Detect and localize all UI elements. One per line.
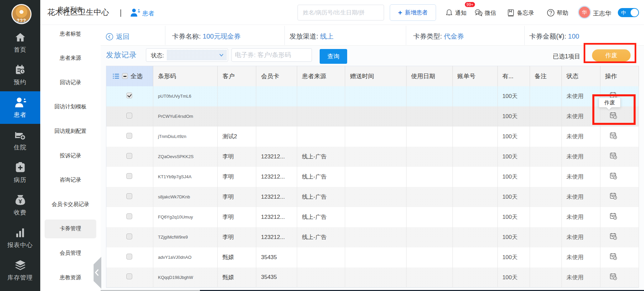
select-all-checkbox[interactable] <box>122 73 128 79</box>
cell-bill-no <box>452 187 497 207</box>
notification-item[interactable]: 通知 <box>445 8 467 17</box>
sidebar-item-bed[interactable]: 住院 <box>0 124 40 156</box>
coupon-search-input[interactable]: 电子券: 客户/条形码 <box>231 48 312 62</box>
void-action-icon[interactable] <box>610 132 617 139</box>
status-select[interactable]: 状态: <box>146 48 228 62</box>
stack-icon <box>14 259 26 271</box>
user-avatar[interactable]: 华 <box>578 6 591 19</box>
submenu-item-7[interactable]: 会员卡交易记录 <box>45 195 96 214</box>
cell-validity: 100天 <box>497 227 530 247</box>
submenu-item-6[interactable]: 咨询记录 <box>45 171 96 190</box>
sidebar-item-patient[interactable]: 患者 <box>0 91 40 124</box>
cell-member-card: 123212... <box>256 187 297 207</box>
cell-bill-no <box>452 147 497 167</box>
cell-action <box>600 207 639 227</box>
submenu-item-5[interactable]: 投诉记录 <box>45 146 96 165</box>
table-row-7: TZjgIMcfW9re9李明123212...线上-广告100天未使用 <box>106 227 639 247</box>
row-checkbox-cell <box>106 247 153 268</box>
cell-barcode: advY1aVJ0dnAO <box>153 247 218 268</box>
cell-validity: 100天 <box>497 106 530 127</box>
cell-barcode: ZQaOevsSPKK2S <box>153 147 218 167</box>
cell-bill-no <box>452 268 497 288</box>
back-button[interactable]: 返回 <box>106 32 129 41</box>
row-checkbox[interactable] <box>126 133 132 139</box>
row-checkbox-cell <box>106 86 153 106</box>
memo-item[interactable]: 备忘录 <box>507 8 534 17</box>
row-checkbox[interactable] <box>126 193 132 199</box>
cell-status: 未使用 <box>561 127 600 147</box>
row-checkbox[interactable] <box>126 213 132 219</box>
submenu-item-8[interactable]: 卡券管理 <box>45 220 96 238</box>
cell-status: 未使用 <box>561 268 600 288</box>
info-field-3: 卡券金额(¥): 100 <box>529 32 579 41</box>
query-button[interactable]: 查询 <box>320 49 347 64</box>
row-checkbox[interactable] <box>126 153 132 159</box>
cell-validity: 100天 <box>497 268 530 288</box>
void-action-icon[interactable] <box>610 233 617 240</box>
cell-barcode: jTnmDiuLrt9zn <box>153 127 218 147</box>
cell-note <box>530 227 561 247</box>
sidebar-item-money[interactable]: 收费 <box>0 189 40 222</box>
status-select-value <box>167 50 227 60</box>
table-row-4: KT1Yb9p7gSJ4A李明123212...线上-广告100天未使用 <box>106 167 639 187</box>
help-item[interactable]: 帮助 <box>547 8 568 17</box>
add-patient-button[interactable]: +新增患者 <box>390 4 436 21</box>
submenu-item-2[interactable]: 回访记录 <box>45 73 96 92</box>
sidebar-item-chart[interactable]: 报表中心 <box>0 222 40 254</box>
cell-customer: 李明 <box>218 207 256 227</box>
patient-search-input[interactable]: 姓名/病历号/出生日期/拼 <box>298 5 384 20</box>
row-checkbox[interactable] <box>126 254 132 259</box>
memo-icon <box>507 8 515 17</box>
user-name[interactable]: 王志华 <box>593 9 611 17</box>
table-row-5: s8jakcWk7DKnb李明123212...线上-广告100天未使用 <box>106 187 639 207</box>
cell-barcode: PrCWYuE4rsdOm <box>153 106 218 127</box>
annotation-box-void-button <box>584 43 636 63</box>
submenu-item-3[interactable]: 回访计划模板 <box>45 98 96 116</box>
cell-source <box>297 268 345 288</box>
cell-note <box>530 268 561 288</box>
cell-note <box>530 147 561 167</box>
row-checkbox[interactable] <box>126 274 132 279</box>
void-action-icon[interactable] <box>610 273 617 280</box>
back-icon <box>106 33 113 41</box>
sidebar-item-stack[interactable]: 库存管理 <box>0 254 40 287</box>
sidebar-item-record[interactable]: 病历 <box>0 156 40 189</box>
cell-member-card: 123212... <box>256 147 297 167</box>
submenu-item-4[interactable]: 回访规则配置 <box>45 122 96 141</box>
select-all-header: 全选 <box>106 66 153 86</box>
row-checkbox[interactable] <box>126 234 132 239</box>
language-toggle[interactable]: 中 <box>618 8 639 17</box>
sidebar-item-home[interactable]: 首页 <box>0 26 40 59</box>
submenu-item-0[interactable]: 患者标签 <box>45 25 96 43</box>
cell-action <box>600 268 639 288</box>
col-header-0: 条形码 <box>153 66 218 86</box>
cell-customer: 甄嬛 <box>218 268 256 288</box>
cell-gift-time <box>345 167 406 187</box>
sidebar-item-calendar[interactable]: 预约 <box>0 59 40 91</box>
cell-note <box>530 187 561 207</box>
row-checkbox[interactable] <box>126 93 132 98</box>
row-checkbox[interactable] <box>126 113 132 118</box>
void-action-icon[interactable] <box>610 192 617 200</box>
cell-barcode: KT1Yb9p7gSJ4A <box>153 167 218 187</box>
row-checkbox[interactable] <box>126 173 132 179</box>
cell-use-date <box>406 147 452 167</box>
money-icon <box>14 194 26 206</box>
void-action-icon[interactable] <box>610 253 617 260</box>
void-action-icon[interactable] <box>610 172 617 180</box>
submenu-item-10[interactable]: 患教资源 <box>45 268 96 287</box>
wechat-item[interactable]: 微信 <box>475 8 496 17</box>
patient-icon <box>14 97 26 108</box>
submenu-item-9[interactable]: 会员管理 <box>45 244 96 262</box>
void-action-icon[interactable] <box>610 152 617 159</box>
info-divider <box>406 26 406 45</box>
records-table: 全选条形码客户会员卡患者来源赠送时间使用日期账单号有...备注状态操作 pUT0… <box>106 66 639 288</box>
void-action-icon[interactable] <box>610 212 617 220</box>
submenu-item-1[interactable]: 患者来源 <box>45 49 96 68</box>
home-icon <box>14 32 26 43</box>
cell-validity: 100天 <box>497 86 530 106</box>
clinic-avatar[interactable]: ??? <box>11 4 32 24</box>
wechat-icon <box>475 8 483 17</box>
cell-use-date <box>406 86 452 106</box>
list-view-icon[interactable] <box>113 73 119 79</box>
